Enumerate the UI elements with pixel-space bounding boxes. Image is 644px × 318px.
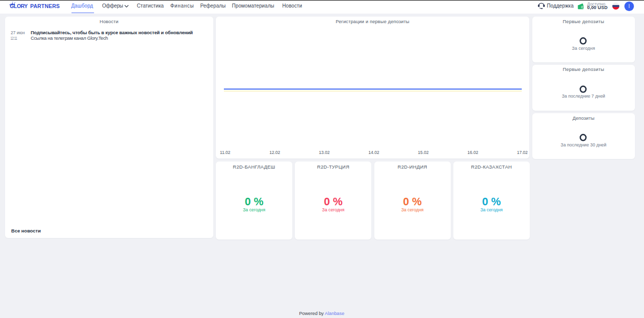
svg-text:GLORY: GLORY bbox=[10, 3, 28, 9]
svg-text:PARTNERS: PARTNERS bbox=[30, 3, 60, 9]
